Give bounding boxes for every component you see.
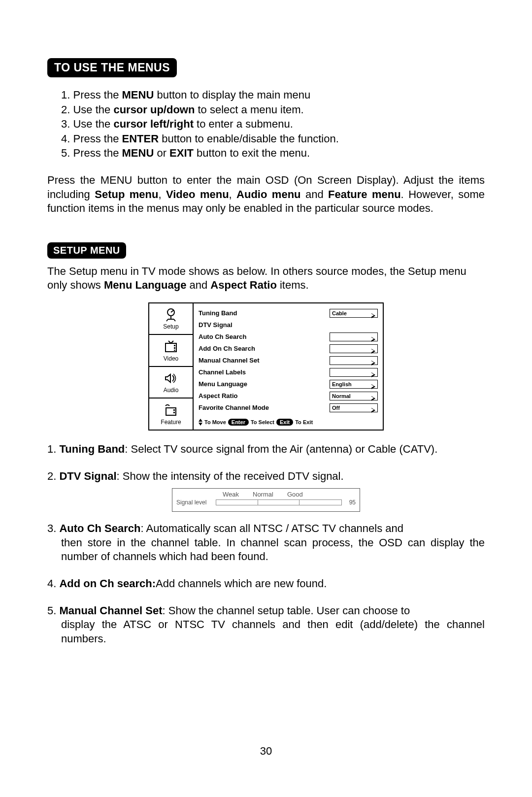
osd-value-tuning-band[interactable]: Cable bbox=[330, 309, 378, 318]
detail-1: 1. Tuning Band: Select TV source signal … bbox=[47, 442, 485, 457]
detail-3: 3. Auto Ch Search: Automatically scan al… bbox=[47, 522, 485, 564]
osd-row-manual-channel[interactable]: Manual Channel Set bbox=[199, 355, 378, 366]
signal-label-good: Good bbox=[287, 491, 303, 498]
chevron-right-icon bbox=[371, 382, 375, 387]
osd-footer-select: To Select bbox=[251, 419, 274, 425]
osd-value-menu-language[interactable]: English bbox=[330, 380, 378, 389]
step-4: 4. Press the ENTER button to enable/disa… bbox=[61, 132, 485, 146]
hand-tv-icon bbox=[163, 403, 179, 418]
osd-paragraph: Press the MENU button to enter the main … bbox=[47, 173, 485, 216]
osd-tab-video[interactable]: Video bbox=[149, 335, 193, 367]
osd-footer-move: To Move bbox=[204, 419, 226, 425]
osd-setup-menu: Setup Video Audio bbox=[148, 302, 384, 431]
osd-row-add-on-ch[interactable]: Add On Ch Search bbox=[199, 343, 378, 355]
signal-label-normal: Normal bbox=[253, 491, 273, 498]
detail-list-2: 3. Auto Ch Search: Automatically scan al… bbox=[47, 522, 485, 646]
svg-rect-5 bbox=[166, 408, 176, 415]
osd-main: Tuning Band Cable DTV Signal Auto Ch Sea… bbox=[194, 303, 383, 430]
signal-level-label: Signal level bbox=[176, 499, 216, 506]
osd-row-aspect-ratio[interactable]: Aspect Ratio Normal bbox=[199, 390, 378, 402]
osd-sidebar: Setup Video Audio bbox=[149, 303, 194, 430]
instruction-list: 1. Press the MENU button to display the … bbox=[47, 88, 485, 161]
osd-row-label: Channel Labels bbox=[199, 368, 330, 376]
osd-row-favorite-channel[interactable]: Favorite Channel Mode Off bbox=[199, 402, 378, 414]
osd-tab-feature-label: Feature bbox=[161, 419, 181, 426]
chevron-right-icon bbox=[371, 346, 375, 351]
osd-value-favorite-channel[interactable]: Off bbox=[330, 403, 378, 412]
setup-description: The Setup menu in TV mode shows as below… bbox=[47, 265, 485, 293]
osd-row-tuning-band[interactable]: Tuning Band Cable bbox=[199, 307, 378, 319]
exit-key-icon: Exit bbox=[276, 419, 293, 426]
chevron-right-icon bbox=[371, 394, 375, 398]
chevron-right-icon bbox=[371, 405, 375, 410]
heading-setup-menu: SETUP MENU bbox=[47, 242, 126, 259]
step-3: 3. Use the cursor left/right to enter a … bbox=[61, 117, 485, 132]
osd-tab-setup-label: Setup bbox=[163, 323, 178, 330]
osd-row-channel-labels[interactable]: Channel Labels bbox=[199, 366, 378, 378]
osd-footer-toexit: To Exit bbox=[295, 419, 313, 425]
svg-rect-7 bbox=[173, 412, 175, 413]
osd-value-aspect-ratio[interactable]: Normal bbox=[330, 392, 378, 400]
osd-tab-audio-label: Audio bbox=[164, 387, 179, 394]
svg-rect-4 bbox=[174, 350, 175, 351]
osd-row-dtv-signal[interactable]: DTV Signal bbox=[199, 319, 378, 331]
chevron-right-icon bbox=[371, 311, 375, 316]
osd-row-label: Aspect Ratio bbox=[199, 392, 330, 399]
heading-to-use-menus: TO USE THE MENUS bbox=[47, 58, 177, 77]
svg-rect-6 bbox=[173, 409, 175, 411]
detail-list: 1. Tuning Band: Select TV source signal … bbox=[47, 442, 485, 483]
osd-tab-video-label: Video bbox=[164, 355, 178, 362]
osd-row-label: DTV Signal bbox=[199, 321, 378, 329]
osd-footer: To Move Enter To Select Exit To Exit bbox=[199, 417, 378, 426]
osd-row-label: Add On Ch Search bbox=[199, 345, 330, 352]
tv-icon bbox=[163, 339, 179, 354]
osd-row-menu-language[interactable]: Menu Language English bbox=[199, 378, 378, 390]
detail-2: 2. DTV Signal: Show the intensity of the… bbox=[47, 469, 485, 484]
up-down-arrows-icon bbox=[199, 419, 202, 426]
osd-row-label: Menu Language bbox=[199, 380, 330, 388]
enter-key-icon: Enter bbox=[228, 419, 249, 426]
osd-value-channel-labels[interactable] bbox=[330, 368, 378, 377]
osd-row-label: Auto Ch Search bbox=[199, 333, 330, 340]
osd-row-label: Manual Channel Set bbox=[199, 357, 330, 364]
signal-level-panel: Weak Normal Good Signal level 95 bbox=[172, 488, 360, 512]
speaker-icon bbox=[163, 371, 179, 386]
chevron-right-icon bbox=[371, 358, 375, 363]
osd-tab-feature[interactable]: Feature bbox=[149, 398, 193, 430]
osd-value-auto-ch[interactable] bbox=[330, 332, 378, 341]
osd-tab-audio[interactable]: Audio bbox=[149, 367, 193, 399]
step-2: 2. Use the cursor up/down to select a me… bbox=[61, 103, 485, 117]
signal-level-bar bbox=[216, 499, 342, 505]
osd-value-manual-ch[interactable] bbox=[330, 356, 378, 365]
detail-5: 5. Manual Channel Set: Show the channel … bbox=[47, 604, 485, 646]
antenna-icon bbox=[163, 307, 179, 322]
detail-4: 4. Add on Ch search:Add channels which a… bbox=[47, 577, 485, 591]
chevron-right-icon bbox=[371, 334, 375, 339]
page-number: 30 bbox=[0, 745, 532, 758]
osd-value-add-on-ch[interactable] bbox=[330, 344, 378, 353]
osd-row-auto-ch-search[interactable]: Auto Ch Search bbox=[199, 331, 378, 343]
osd-row-label: Favorite Channel Mode bbox=[199, 404, 330, 411]
step-1: 1. Press the MENU button to display the … bbox=[61, 88, 485, 102]
signal-label-weak: Weak bbox=[223, 491, 239, 498]
signal-level-value: 95 bbox=[342, 499, 356, 506]
svg-rect-2 bbox=[174, 345, 175, 346]
osd-tab-setup[interactable]: Setup bbox=[149, 303, 193, 335]
osd-row-label: Tuning Band bbox=[199, 309, 330, 317]
chevron-right-icon bbox=[371, 370, 375, 375]
step-5: 5. Press the MENU or EXIT button to exit… bbox=[61, 146, 485, 161]
svg-rect-3 bbox=[174, 347, 175, 349]
